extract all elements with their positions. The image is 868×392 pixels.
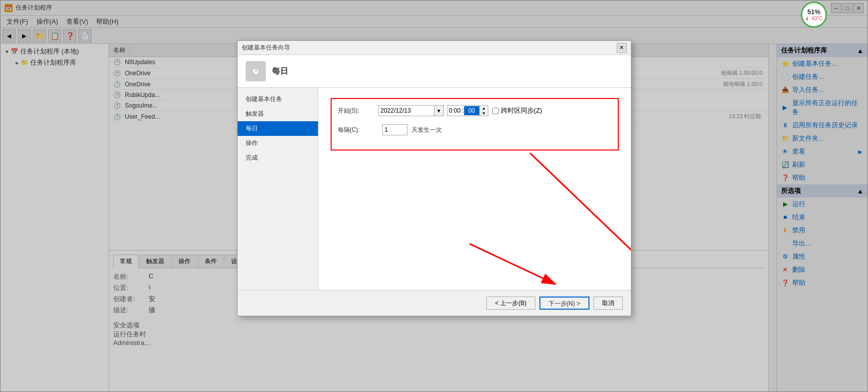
nav-item-daily[interactable]: 每日: [238, 121, 318, 136]
date-input[interactable]: [379, 106, 434, 116]
time-hours-input[interactable]: [447, 106, 463, 115]
cross-timezone-checkbox[interactable]: [492, 108, 499, 114]
time-input-group: : ▲ ▼: [447, 105, 488, 116]
dialog-header: 🕐 每日: [238, 55, 631, 88]
cpu-indicator: 51% 🌡 43°C: [801, 2, 827, 28]
interval-label: 每隔(C):: [338, 126, 378, 134]
time-spin-up[interactable]: ▲: [480, 106, 488, 111]
dialog-header-title: 每日: [272, 66, 288, 77]
interval-row: 每隔(C): 天发生一次: [338, 124, 612, 135]
back-button[interactable]: < 上一步(B): [486, 297, 535, 310]
cpu-percent: 51%: [807, 8, 820, 16]
dialog-title-bar: 创建基本任务向导 ✕: [238, 41, 631, 55]
form-start-row: 开始(S): ▼ : ▲ ▼: [338, 105, 612, 116]
dialog-main: 开始(S): ▼ : ▲ ▼: [318, 88, 631, 290]
nav-item-create-basic[interactable]: 创建基本任务: [238, 92, 318, 107]
nav-item-action[interactable]: 操作: [238, 136, 318, 151]
dialog-title: 创建基本任务向导: [242, 43, 617, 52]
dialog: 创建基本任务向导 ✕ 🕐 每日 创建基本任务 触发器 每日 操作 完成: [237, 40, 631, 316]
cross-timezone-label[interactable]: 跨时区同步(Z): [492, 106, 542, 115]
cancel-button[interactable]: 取消: [593, 297, 623, 310]
dialog-nav: 创建基本任务 触发器 每日 操作 完成: [238, 88, 318, 290]
date-input-group: ▼: [378, 105, 444, 116]
dialog-header-icon: 🕐: [246, 61, 266, 81]
dialog-footer: < 上一步(B) 下一步(N) > 取消: [238, 290, 631, 316]
dialog-body: 创建基本任务 触发器 每日 操作 完成 开始(S): ▼: [238, 88, 631, 290]
next-button[interactable]: 下一步(N) >: [539, 297, 589, 310]
interval-unit: 天发生一次: [412, 126, 442, 134]
nav-item-finish[interactable]: 完成: [238, 151, 318, 165]
time-spinner: ▲ ▼: [479, 106, 488, 116]
time-spin-down[interactable]: ▼: [480, 111, 488, 116]
modal-overlay: 创建基本任务向导 ✕ 🕐 每日 创建基本任务 触发器 每日 操作 完成: [0, 0, 868, 392]
start-label: 开始(S):: [338, 107, 378, 115]
interval-input[interactable]: [382, 124, 407, 135]
clock-icon: 🕐: [252, 68, 260, 75]
nav-item-trigger[interactable]: 触发器: [238, 107, 318, 121]
form-highlight-box: 开始(S): ▼ : ▲ ▼: [331, 98, 619, 151]
date-dropdown-button[interactable]: ▼: [434, 106, 443, 116]
dialog-close-button[interactable]: ✕: [617, 43, 627, 53]
time-mins-input[interactable]: [464, 106, 479, 115]
cpu-temp: 🌡 43°C: [805, 16, 823, 21]
